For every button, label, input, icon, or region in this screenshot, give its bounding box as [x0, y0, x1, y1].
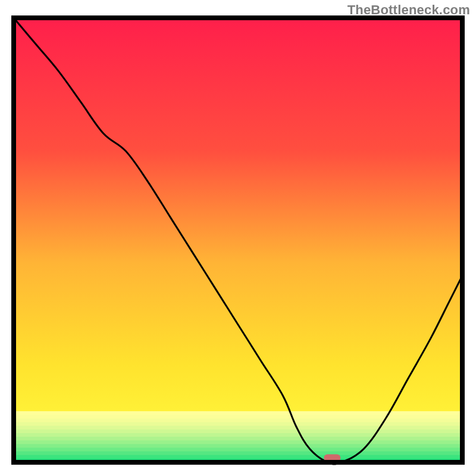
watermark-text: TheBottleneck.com — [347, 2, 470, 18]
chart-frame: TheBottleneck.com — [0, 0, 476, 476]
svg-rect-0 — [14, 18, 462, 462]
bottleneck-chart — [0, 0, 476, 476]
